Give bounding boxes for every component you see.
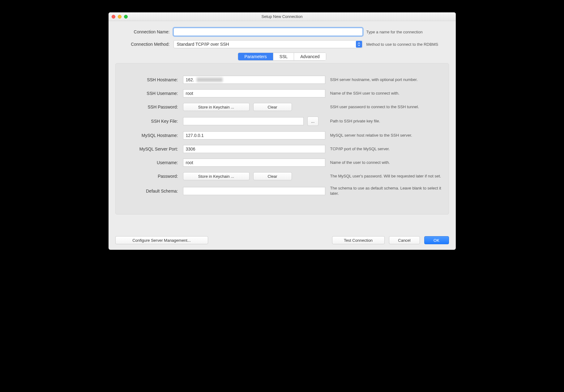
ok-button[interactable]: OK — [424, 236, 449, 244]
mysql-hostname-label: MySQL Hostname: — [122, 133, 178, 138]
window-title: Setup New Connection — [109, 14, 456, 19]
ssh-password-label: SSH Password: — [122, 104, 178, 109]
ssh-hostname-label: SSH Hostname: — [122, 77, 178, 82]
zoom-icon[interactable] — [124, 15, 128, 19]
connection-method-value: Standard TCP/IP over SSH — [177, 42, 229, 47]
close-icon[interactable] — [112, 15, 115, 19]
ssh-password-store-button[interactable]: Store in Keychain ... — [183, 103, 250, 111]
ssh-keyfile-browse-button[interactable]: ... — [307, 117, 318, 126]
window-controls — [112, 15, 128, 19]
chevron-updown-icon — [356, 41, 362, 48]
mysql-hostname-hint: MySQL server host relative to the SSH se… — [330, 133, 442, 138]
ssh-username-label: SSH Username: — [122, 91, 178, 96]
header-area: Connection Name: Type a name for the con… — [109, 21, 456, 63]
connection-name-hint: Type a name for the connection — [366, 30, 449, 34]
tab-advanced[interactable]: Advanced — [294, 53, 326, 60]
connection-method-hint: Method to use to connect to the RDBMS — [366, 42, 449, 47]
mysql-port-hint: TCP/IP port of the MySQL server. — [330, 147, 442, 152]
ssh-hostname-hint: SSH server hostname, with optional port … — [330, 77, 442, 83]
tab-parameters[interactable]: Parameters — [238, 53, 273, 60]
password-clear-button[interactable]: Clear — [253, 172, 292, 180]
ssh-password-hint: SSH user password to connect to the SSH … — [330, 104, 442, 110]
username-input[interactable] — [183, 159, 325, 167]
dialog-window: Setup New Connection Connection Name: Ty… — [109, 12, 456, 250]
footer: Configure Server Management... Test Conn… — [109, 232, 456, 250]
default-schema-input[interactable] — [183, 187, 325, 195]
ssh-keyfile-label: SSH Key File: — [122, 119, 178, 124]
password-store-button[interactable]: Store in Keychain ... — [183, 172, 250, 180]
tab-bar: Parameters SSL Advanced — [115, 53, 449, 61]
titlebar: Setup New Connection — [109, 12, 456, 21]
username-hint: Name of the user to connect with. — [330, 160, 442, 165]
cancel-button[interactable]: Cancel — [389, 236, 420, 244]
ssh-username-hint: Name of the SSH user to connect with. — [330, 91, 442, 96]
minimize-icon[interactable] — [118, 15, 122, 19]
password-label: Password: — [122, 174, 178, 179]
ssh-keyfile-hint: Path to SSH private key file. — [330, 119, 442, 124]
ssh-username-input[interactable] — [183, 89, 325, 97]
default-schema-label: Default Schema: — [122, 189, 178, 194]
connection-method-label: Connection Method: — [115, 42, 170, 47]
ssh-password-clear-button[interactable]: Clear — [253, 103, 292, 111]
connection-name-label: Connection Name: — [115, 29, 170, 34]
mysql-hostname-input[interactable] — [183, 131, 325, 139]
mysql-port-label: MySQL Server Port: — [122, 147, 178, 151]
connection-method-select[interactable]: Standard TCP/IP over SSH — [173, 40, 363, 48]
username-label: Username: — [122, 160, 178, 165]
password-hint: The MySQL user's password. Will be reque… — [330, 174, 442, 179]
parameters-panel: SSH Hostname: SSH server hostname, with … — [115, 63, 449, 215]
configure-server-button[interactable]: Configure Server Management... — [115, 236, 208, 244]
connection-name-input[interactable] — [173, 28, 363, 36]
tab-ssl[interactable]: SSL — [273, 53, 294, 60]
censored-text — [197, 78, 223, 82]
test-connection-button[interactable]: Test Connection — [332, 236, 385, 244]
default-schema-hint: The schema to use as default schema. Lea… — [330, 186, 442, 196]
ssh-keyfile-input[interactable] — [183, 117, 304, 125]
mysql-port-input[interactable] — [183, 145, 325, 153]
